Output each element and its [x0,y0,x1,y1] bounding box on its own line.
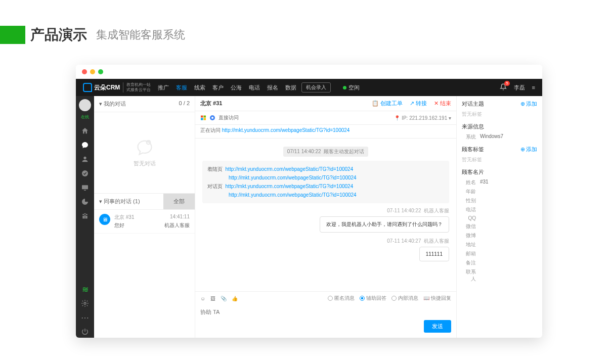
thumbs-icon[interactable]: 👍 [232,296,238,301]
card-field[interactable]: 年龄 [462,188,537,195]
end-button[interactable]: ✕ 结束 [434,100,451,107]
power-icon[interactable] [80,327,90,336]
image-icon[interactable]: 🖼 [210,296,215,301]
app-window: 云朵CRM 教育机构一站式服务云平台 推广 客服 线索 客户 公海 电话 报名 … [76,65,542,338]
message-input[interactable] [200,307,451,317]
online-label: 在线 [81,114,89,120]
input-area: 发送 [195,305,456,338]
tags-add-button[interactable]: ⊕ 添加 [520,146,537,153]
page-header: 产品演示 集成智能客服系统 [0,0,612,55]
internal-checkbox[interactable]: 内部消息 [391,295,418,302]
card-field[interactable]: 姓名#31 [462,179,537,186]
emoji-icon[interactable]: ☺ [200,296,205,301]
svg-rect-13 [201,116,203,118]
nav-leads[interactable]: 线索 [194,84,205,92]
gear-icon[interactable] [80,299,90,308]
group-icon[interactable] [80,211,90,220]
record-opportunity-button[interactable]: 机会录入 [301,82,331,93]
svg-rect-7 [84,215,86,219]
chat-title: 北京 #31 [200,100,222,107]
nav-phone[interactable]: 电话 [249,84,260,92]
close-dot[interactable] [82,69,87,74]
top-nav: 云朵CRM 教育机构一站式服务云平台 推广 客服 线索 客户 公海 电话 报名 … [76,79,542,96]
tags-empty: 暂无标签 [462,156,537,163]
svg-rect-15 [201,118,203,120]
visitor-ip: 📍 IP: 221.219.162.191 ▾ [394,115,451,121]
tags-title: 顾客标签 [462,146,484,153]
source-title: 来源信息 [462,123,484,130]
landing-link-2[interactable]: http://mkt.yunduocrm.com/webpageStatic/T… [229,175,357,180]
card-field[interactable]: 性别 [462,197,537,204]
conv-link-2[interactable]: http://mkt.yunduocrm.com/webpageStatic/T… [229,192,357,198]
svg-rect-1 [82,185,88,189]
svg-point-11 [147,141,148,142]
assist-radio[interactable]: 辅助回答 [360,295,386,302]
wifi-icon[interactable]: ≋ [80,285,90,294]
landing-link-1[interactable]: http://mkt.yunduocrm.com/webpageStatic/T… [226,166,354,172]
msg1-bubble: 欢迎，我是机器人小助手，请问遇到了什么问题吗？ [320,216,449,233]
card-field[interactable]: 地址 [462,241,537,248]
visiting-link[interactable]: http://mkt.yunduocrm.com/webpageStatic/T… [222,127,350,133]
nav-service[interactable]: 客服 [176,84,187,92]
maximize-dot[interactable] [98,69,103,74]
card-field[interactable]: 电话 [462,206,537,213]
conversation-item[interactable]: 🖥 北京 #3114:41:11 您好机器人客服 [94,210,195,234]
chat-panel: 北京 #31 📋 创建工单 ↗ 转接 ✕ 结束 直接访问 📍 IP: 221.2… [195,96,456,338]
topic-add-button[interactable]: ⊕ 添加 [520,100,537,108]
card-field[interactable]: 备注 [462,259,537,266]
quick-reply-button[interactable]: 📖 快捷回复 [423,295,451,302]
person-icon[interactable] [80,155,90,164]
msg1-meta: 07-11 14:40:22 机器人客服 [202,207,449,214]
attach-icon[interactable]: 📎 [221,296,227,301]
chat-header: 北京 #31 📋 创建工单 ↗ 转接 ✕ 结束 [195,96,456,111]
card-field[interactable]: 微博 [462,232,537,239]
nav-promo[interactable]: 推广 [158,84,169,92]
topic-empty: 暂无标签 [462,111,537,118]
my-conv-header[interactable]: ▾ 我的对话 0 / 2 [94,96,195,112]
create-ticket-button[interactable]: 📋 创建工单 [372,100,403,107]
nav-data[interactable]: 数据 [285,84,296,92]
transfer-button[interactable]: ↗ 转接 [410,100,427,107]
chat-icon[interactable] [80,141,90,150]
app-body: 在线 ≋ ⋯ ▾ 我的对话 0 / 2 暂无对话 ▾ 同事的对 [76,96,542,338]
peer-conv-header[interactable]: ▾ 同事的对话 (1) 全部 [94,193,195,210]
card-field[interactable]: 微信 [462,223,537,230]
dots-icon[interactable]: ⋯ [80,313,90,322]
pie-icon[interactable] [80,197,90,206]
nav-customers[interactable]: 客户 [212,84,224,92]
conv-link-1[interactable]: http://mkt.yunduocrm.com/webpageStatic/T… [226,184,354,189]
empty-chat-icon [136,139,154,157]
nav-enroll[interactable]: 报名 [267,84,278,92]
page-title: 产品演示 [30,25,87,44]
brand-logo[interactable]: 云朵CRM 教育机构一站式服务云平台 [83,82,151,92]
card-title: 顾客名片 [462,168,484,176]
card-field[interactable]: 联系人 [462,268,537,283]
topic-title: 对话主题 [462,100,484,108]
svg-rect-8 [86,216,88,218]
current-user[interactable]: 李磊 [514,84,525,92]
chat-messages: 07/11 14:40:22 顾客主动发起对话 着陆页 http://mkt.y… [195,139,456,291]
home-icon[interactable] [80,126,90,135]
send-button[interactable]: 发送 [424,320,451,333]
channel-web-icon: 🖥 [99,214,110,225]
card-field[interactable]: QQ [462,215,537,221]
system-event: 07/11 14:40:22 顾客主动发起对话 [283,147,368,157]
minimize-dot[interactable] [90,69,95,74]
chat-toolbar: ☺ 🖼 📎 👍 匿名消息 辅助回答 内部消息 📖 快捷回复 [195,291,456,305]
notifications-button[interactable]: 5 [500,83,507,92]
svg-point-12 [149,141,150,142]
nav-pool[interactable]: 公海 [231,84,242,92]
filter-all-button[interactable]: 全部 [163,194,195,209]
nav-items: 推广 客服 线索 客户 公海 电话 报名 数据 [158,84,296,92]
visit-direct-label: 直接访问 [218,114,239,121]
card-field[interactable]: 邮箱 [462,250,537,257]
avatar[interactable] [79,99,91,111]
anonymous-checkbox[interactable]: 匿名消息 [328,295,355,302]
menu-icon[interactable]: ≡ [532,84,535,90]
screen-icon[interactable] [80,183,90,192]
check-icon[interactable] [80,169,90,178]
page-subtitle: 集成智能客服系统 [96,27,185,42]
brand-tagline: 教育机构一站式服务云平台 [123,82,151,92]
status-idle[interactable]: 空闲 [343,84,360,92]
conv-count: 0 / 2 [179,100,190,108]
